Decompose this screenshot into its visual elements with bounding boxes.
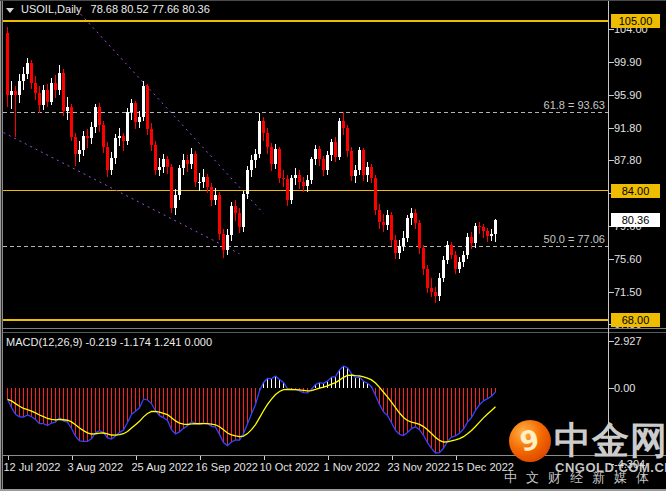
- pane-splitter-shadow: [0, 332, 666, 333]
- fib-level-label: 50.0 = 77.06: [405, 233, 605, 245]
- candle-body: [346, 128, 349, 151]
- candle-body: [326, 155, 329, 170]
- candle-body: [42, 90, 45, 105]
- candle-body: [74, 137, 77, 155]
- candle-body: [322, 159, 325, 170]
- candle-body: [338, 121, 341, 157]
- candle-body: [482, 227, 485, 231]
- price-level-badge: 105.00: [611, 14, 660, 28]
- candle-body: [254, 154, 257, 160]
- date-axis-label: 25 Aug 2022: [132, 461, 194, 473]
- date-axis-tick: [392, 456, 393, 460]
- candle-body: [334, 142, 337, 157]
- candle-body: [430, 288, 433, 292]
- candle-body: [206, 177, 209, 187]
- candle-wick: [11, 81, 12, 109]
- macd-axis-label: 2.927: [614, 335, 642, 347]
- price-axis-label: 87.80: [614, 154, 642, 166]
- symbol-name: USOIL,Daily: [21, 3, 82, 15]
- candle-body: [226, 235, 229, 250]
- candle-body: [286, 179, 289, 201]
- candle-body: [26, 63, 29, 74]
- current-price-badge: 80.36: [611, 213, 660, 227]
- candle-body: [374, 178, 377, 210]
- candle-body: [202, 177, 205, 182]
- candle-body: [494, 220, 497, 234]
- candle-body: [342, 121, 345, 127]
- candle-body: [270, 147, 273, 164]
- candle-body: [438, 278, 441, 296]
- candle-body: [106, 147, 109, 170]
- candle-body: [358, 150, 361, 170]
- date-axis-tick: [264, 456, 265, 460]
- macd-axis-label: 0.00: [614, 382, 635, 394]
- candle-body: [414, 213, 417, 223]
- candle-body: [182, 160, 185, 168]
- candle-body: [274, 149, 277, 164]
- symbol-dropdown-icon[interactable]: [6, 8, 14, 13]
- date-axis-tick: [328, 456, 329, 460]
- price-axis-border: [608, 0, 609, 455]
- cngold-logo-icon: 9: [509, 420, 551, 462]
- candle-body: [442, 260, 445, 278]
- logo-name: 中金网: [554, 416, 666, 466]
- candle-wick: [87, 129, 88, 148]
- candle-body: [446, 245, 449, 260]
- window-border-top: [0, 0, 666, 1]
- candle-body: [282, 178, 285, 179]
- trendline[interactable]: [4, 133, 240, 254]
- date-axis-label: 23 Nov 2022: [388, 461, 450, 473]
- date-axis-tick: [456, 456, 457, 460]
- candle-body: [174, 195, 177, 208]
- candle-body: [22, 74, 25, 81]
- candle-body: [186, 160, 189, 164]
- date-axis-label: 15 Dec 2022: [452, 461, 514, 473]
- candle-body: [46, 90, 49, 102]
- chart-window: USOIL,Daily78.68 80.52 77.66 80.36 MACD(…: [0, 0, 666, 491]
- candle-body: [266, 133, 269, 147]
- candle-body: [194, 154, 197, 181]
- candle-body: [58, 73, 61, 91]
- candle-body: [138, 117, 141, 122]
- candle-body: [6, 33, 9, 94]
- price-axis-label: 71.50: [614, 286, 642, 298]
- candle-body: [102, 125, 105, 147]
- candle-body: [70, 107, 73, 137]
- candle-body: [10, 91, 13, 94]
- candle-body: [82, 136, 85, 151]
- candle-body: [330, 142, 333, 155]
- candle-body: [94, 107, 97, 126]
- candle-body: [98, 107, 101, 125]
- candle-body: [14, 91, 17, 95]
- date-axis-label: 1 Nov 2022: [324, 461, 380, 473]
- candle-body: [210, 187, 213, 200]
- candle-body: [450, 245, 453, 255]
- candle-body: [306, 180, 309, 186]
- candle-body: [410, 213, 413, 218]
- price-axis-label: 75.60: [614, 253, 642, 265]
- candle-body: [178, 168, 181, 195]
- candle-body: [154, 145, 157, 169]
- candle-body: [158, 167, 161, 169]
- candle-body: [198, 182, 201, 183]
- candle-body: [290, 178, 293, 201]
- candle-body: [18, 81, 21, 96]
- candle-body: [30, 63, 33, 83]
- candle-body: [302, 182, 305, 186]
- candle-body: [122, 136, 125, 141]
- pane-splitter[interactable]: [0, 328, 666, 329]
- candle-body: [34, 83, 37, 93]
- candle-body: [242, 194, 245, 227]
- candle-body: [134, 103, 137, 122]
- candle-body: [54, 83, 57, 90]
- candle-body: [366, 167, 369, 175]
- fib-level-label: 61.8 = 93.63: [405, 99, 605, 111]
- candle-body: [462, 255, 465, 262]
- candle-body: [230, 206, 233, 235]
- candle-body: [434, 292, 437, 296]
- candle-body: [222, 234, 225, 250]
- price-level-badge: 68.00: [611, 313, 660, 327]
- candle-body: [62, 73, 65, 111]
- date-axis-tick: [136, 456, 137, 460]
- indicator-label: MACD(12,26,9) -0.219 -1.174 1.241 0.000: [6, 336, 212, 348]
